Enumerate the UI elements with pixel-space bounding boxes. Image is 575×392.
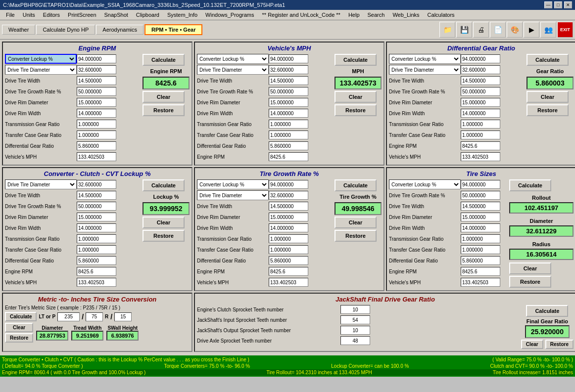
toolbar-icon-print[interactable]: 🖨 [473,22,489,38]
ts-clear-btn[interactable]: Clear [509,262,551,274]
engine-rpm-calc-btn[interactable]: Calculate [143,54,185,66]
diff-restore-btn[interactable]: Restore [527,104,569,116]
diff-input-8[interactable] [461,141,500,150]
menu-weblinks[interactable]: Web_Links [388,11,423,19]
metric-clear-btn[interactable]: Clear [5,323,33,332]
js-clear-btn[interactable]: Clear [521,340,543,349]
toolbar-icon-exit[interactable]: EXIT [557,22,573,38]
menu-snapshot[interactable]: SnapShot [100,11,132,19]
metric-value1-input[interactable] [57,312,80,321]
menu-sysinfo[interactable]: System_Info [163,11,201,19]
diff-input-4[interactable] [461,98,500,107]
menu-file[interactable]: File [2,11,19,19]
maximize-button[interactable]: □ [554,1,562,8]
conv-clear-btn[interactable]: Clear [143,217,185,228]
conv-input-4[interactable] [77,223,116,232]
menu-help[interactable]: Help [344,11,364,19]
tg-calc-btn[interactable]: Calculate [335,179,377,191]
diff-input-3[interactable] [461,87,500,96]
js-input-1[interactable] [340,315,370,324]
engine-rpm-input-4[interactable] [77,98,116,107]
tg-input-2[interactable] [269,202,308,211]
engine-rpm-input-5[interactable] [77,109,116,118]
mph-input-6[interactable] [269,120,308,129]
minimize-button[interactable]: — [544,1,552,8]
mph-input-9[interactable] [269,152,308,161]
conv-select-0[interactable]: Drive Tire Diameter [5,179,77,189]
js-calc-btn[interactable]: Calculate [526,305,568,317]
ts-input-3[interactable] [461,213,500,221]
diff-select-1[interactable]: Drive Tire Diameter [389,65,461,75]
menu-register[interactable]: ** Register and UnLock_Code ** [258,11,344,19]
conv-input-1[interactable] [77,191,116,200]
mph-input-7[interactable] [269,131,308,139]
tg-input-3[interactable] [269,213,308,221]
conv-input-0[interactable] [77,180,116,189]
tg-input-4[interactable] [269,223,308,232]
ts-input-9[interactable] [461,278,500,287]
engine-rpm-input-8[interactable] [77,141,116,150]
toolbar-rpm-tire-gear[interactable]: RPM • Tire • Gear [144,24,202,35]
tg-clear-btn[interactable]: Clear [335,217,377,228]
mph-input-5[interactable] [269,109,308,118]
engine-rpm-clear-btn[interactable]: Clear [143,91,185,103]
tg-input-8[interactable] [269,267,308,276]
tg-input-0[interactable] [269,180,308,189]
tg-input-6[interactable] [269,245,308,254]
engine-rpm-input-3[interactable] [77,87,116,96]
ts-input-6[interactable] [461,245,500,254]
ts-input-0[interactable] [461,180,500,189]
js-input-3[interactable] [340,336,370,345]
metric-calc-btn[interactable]: Calculate [5,312,37,321]
metric-value2-input[interactable] [86,312,103,321]
toolbar-icon-save[interactable]: 💾 [456,22,472,38]
mph-input-2[interactable] [269,76,308,85]
conv-input-3[interactable] [77,213,116,221]
tg-input-1[interactable] [269,191,308,200]
diff-calc-btn[interactable]: Calculate [527,54,569,66]
tg-input-9[interactable] [269,278,308,287]
tg-select-0[interactable]: Converter Lockup % [197,179,269,189]
conv-input-6[interactable] [77,245,116,254]
menu-editors[interactable]: Editors [39,11,64,19]
conv-input-2[interactable] [77,202,116,211]
toolbar-dyno[interactable]: Calculate Dyno HP [36,25,95,35]
engine-rpm-input-6[interactable] [77,120,116,129]
ts-input-4[interactable] [461,223,500,232]
mph-select-0[interactable]: Converter Lockup % [197,54,269,64]
ts-calc-btn[interactable]: Calculate [509,179,551,191]
mph-restore-btn[interactable]: Restore [335,104,377,116]
diff-input-1[interactable] [461,65,500,74]
diff-input-7[interactable] [461,131,500,139]
metric-value3-input[interactable] [114,312,132,321]
tg-input-7[interactable] [269,256,308,265]
toolbar-icon-users[interactable]: 👥 [540,22,556,38]
ts-select-0[interactable]: Converter Lockup % [389,179,461,189]
ts-input-7[interactable] [461,256,500,265]
close-button[interactable]: ✕ [564,1,572,8]
menu-winprograms[interactable]: Windows_Programs [201,11,258,19]
diff-select-0[interactable]: Converter Lockup % [389,54,461,64]
toolbar-icon-color[interactable]: 🎨 [507,22,523,38]
diff-input-6[interactable] [461,120,500,129]
diff-input-9[interactable] [461,152,500,161]
mph-input-4[interactable] [269,98,308,107]
menu-printscreen[interactable]: PrintScreen [64,11,100,19]
js-restore-btn[interactable]: Restore [545,340,574,349]
diff-input-2[interactable] [461,76,500,85]
toolbar-icon-printer2[interactable]: 📄 [490,22,506,38]
toolbar-icon-folder[interactable]: 📁 [439,22,455,38]
mph-input-8[interactable] [269,141,308,150]
mph-input-0[interactable] [269,54,308,63]
engine-rpm-select-0[interactable]: Converter Lockup % [5,54,77,64]
diff-input-5[interactable] [461,109,500,118]
conv-restore-btn[interactable]: Restore [143,230,185,242]
diff-clear-btn[interactable]: Clear [527,91,569,103]
conv-input-5[interactable] [77,234,116,243]
js-input-2[interactable] [340,326,370,335]
tg-select-1[interactable]: Drive Tire Diameter [197,190,269,200]
menu-clipboard[interactable]: Clipboard [132,11,163,19]
mph-input-3[interactable] [269,87,308,96]
mph-clear-btn[interactable]: Clear [335,91,377,103]
engine-rpm-select-1[interactable]: Drive Tire Diameter [5,65,77,75]
